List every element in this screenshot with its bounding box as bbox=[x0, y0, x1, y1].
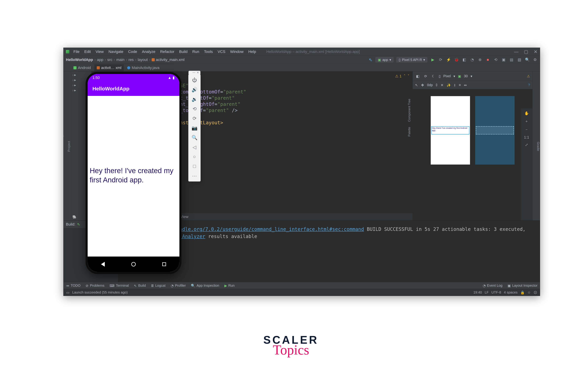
build-output[interactable]: ⚙ — See https://docs.gradle.org/7.0.2/us… bbox=[118, 220, 540, 282]
emu-more-icon[interactable]: ⋯ bbox=[190, 172, 199, 180]
make-project-icon[interactable]: ⇖ bbox=[369, 57, 373, 62]
menu-help[interactable]: Help bbox=[248, 50, 256, 54]
tool-layout-inspector[interactable]: ▣Layout Inspector bbox=[508, 284, 538, 288]
zoom-out-icon[interactable]: － bbox=[525, 127, 529, 132]
apply-changes-icon[interactable]: ⟳ bbox=[438, 57, 443, 62]
orientation-icon[interactable]: ⟳ bbox=[423, 74, 428, 79]
design-preview[interactable]: Hey there! I've created my first Android… bbox=[431, 96, 470, 164]
tool-todo[interactable]: ≔TODO bbox=[66, 284, 80, 288]
emu-overview-icon[interactable]: □ bbox=[190, 162, 199, 170]
tool-event-log[interactable]: ◔Event Log bbox=[483, 284, 502, 288]
emu-power-icon[interactable]: ⏻ bbox=[190, 76, 199, 84]
sdk-manager-icon[interactable]: ▤ bbox=[509, 57, 514, 62]
chevron-down-icon[interactable]: ˅ bbox=[408, 74, 410, 78]
tool-run[interactable]: ▶Run bbox=[224, 284, 235, 288]
status-line-separator[interactable]: LF bbox=[485, 290, 489, 294]
breadcrumb[interactable]: HelloWorldApp › app › src › main › res ›… bbox=[66, 58, 367, 62]
stop-icon[interactable]: ■ bbox=[486, 57, 490, 62]
emulator-device[interactable]: 1:50 ▲ ▮ HelloWorldApp Hey there! I've c… bbox=[85, 72, 181, 274]
close-icon[interactable]: ✕ bbox=[534, 49, 538, 54]
device-name[interactable]: Pixel bbox=[443, 74, 451, 78]
minimize-icon[interactable]: — bbox=[514, 49, 519, 54]
nav-home-icon[interactable] bbox=[131, 262, 136, 266]
build-panel-controls[interactable]: ⚙ — bbox=[529, 220, 537, 221]
device-selector[interactable]: ▯Pixel 5 API R▾ bbox=[396, 57, 427, 62]
tool-gradle[interactable]: Gradle bbox=[536, 142, 540, 151]
magnet-icon[interactable]: ⧲ bbox=[436, 83, 438, 87]
project-view-tab[interactable]: Android bbox=[71, 64, 93, 71]
default-margin[interactable]: 0dp bbox=[427, 83, 433, 87]
left-tool-strip[interactable]: Project Resource Manager Structure Favor… bbox=[63, 72, 71, 220]
emulator-side-toolbar[interactable]: —✕ ⏻ 🔊 🔉 ⟲ ⟳ 📷 🔍 ◁ ○ □ ⋯ bbox=[188, 74, 201, 182]
emu-close-icon[interactable]: ✕ bbox=[197, 71, 199, 74]
emulator-nav-bar[interactable] bbox=[88, 256, 179, 272]
emu-home-icon[interactable]: ○ bbox=[190, 152, 199, 161]
apply-code-changes-icon[interactable]: ⚡ bbox=[446, 57, 451, 62]
crumb-layout[interactable]: layout bbox=[138, 58, 148, 62]
window-controls[interactable]: — ▢ ✕ bbox=[514, 49, 538, 54]
component-tree-tab[interactable]: Component Tree bbox=[408, 99, 411, 122]
menu-refactor[interactable]: Refactor bbox=[160, 50, 174, 54]
crumb-src[interactable]: src bbox=[107, 58, 112, 62]
bottom-tool-strip[interactable]: ≔TODO ⊘Problems ⌨Terminal ⇖Build ≣Logcat… bbox=[63, 282, 540, 289]
api-level[interactable]: 30 bbox=[464, 74, 468, 78]
infer-constraints-icon[interactable]: ✨ bbox=[447, 83, 451, 87]
emu-volume-down-icon[interactable]: 🔉 bbox=[190, 95, 199, 103]
pack-icon[interactable]: ⇔ bbox=[464, 83, 467, 87]
debug-icon[interactable]: 🐞 bbox=[454, 57, 459, 62]
guidelines-icon[interactable]: ⫿ bbox=[454, 83, 456, 87]
blueprint-preview[interactable] bbox=[475, 96, 515, 164]
zoom-in-icon[interactable]: ＋ bbox=[525, 119, 529, 124]
menu-window[interactable]: Window bbox=[230, 50, 243, 54]
design-surface-icon[interactable]: ◧ bbox=[415, 74, 420, 79]
menu-file[interactable]: File bbox=[73, 50, 79, 54]
emulator-screen[interactable]: 1:50 ▲ ▮ HelloWorldApp Hey there! I've c… bbox=[88, 74, 179, 272]
tool-build[interactable]: ⇖Build bbox=[134, 284, 146, 288]
design-zoom-controls[interactable]: ✋ ＋ － 1:1 ⤢ bbox=[521, 108, 532, 220]
minimize-panel-icon[interactable]: — bbox=[535, 220, 537, 221]
menu-view[interactable]: View bbox=[95, 50, 103, 54]
menu-analyze[interactable]: Analyze bbox=[142, 50, 155, 54]
pan-icon[interactable]: ✋ bbox=[524, 111, 529, 116]
design-canvas[interactable]: Hey there! I've created my first Android… bbox=[413, 89, 532, 220]
tool-profiler[interactable]: ◔Profiler bbox=[171, 284, 186, 288]
attach-debugger-icon[interactable]: ⊕ bbox=[478, 57, 482, 62]
right-tool-strip[interactable]: Gradle Attributes Layout Validation ADB … bbox=[532, 72, 540, 220]
project-structure-icon[interactable]: ▧ bbox=[517, 57, 522, 62]
menu-edit[interactable]: Edit bbox=[84, 50, 91, 54]
smiley-icon[interactable]: ☺ bbox=[527, 290, 531, 294]
main-menu[interactable]: File Edit View Navigate Code Analyze Ref… bbox=[73, 50, 256, 54]
profile-icon[interactable]: ◔ bbox=[470, 57, 475, 62]
run-config-selector[interactable]: ▣app▾ bbox=[376, 57, 393, 62]
design-toolbar-top[interactable]: ◧ ⟳ ☾ ▯Pixel▾ ▣30▾ ⚠ bbox=[413, 72, 532, 81]
tab-activity-main[interactable]: activit… xml bbox=[94, 64, 124, 71]
night-mode-icon[interactable]: ☾ bbox=[431, 74, 436, 79]
align-icon[interactable]: ≡ bbox=[459, 83, 461, 87]
tool-project[interactable]: Project bbox=[67, 141, 71, 152]
crumb-file[interactable]: activity_main.xml bbox=[152, 58, 184, 62]
zoom-fit-icon[interactable]: 1:1 bbox=[524, 135, 529, 140]
emu-screenshot-icon[interactable]: 📷 bbox=[190, 124, 199, 132]
tool-terminal[interactable]: ⌨Terminal bbox=[109, 284, 129, 288]
select-tool-icon[interactable]: ↖ bbox=[415, 83, 418, 87]
chevron-up-icon[interactable]: ˄ bbox=[404, 74, 406, 78]
warning-icon[interactable]: ⚠ bbox=[527, 74, 530, 78]
tool-problems[interactable]: ⊘Problems bbox=[85, 284, 104, 288]
search-icon[interactable]: 🔍 bbox=[525, 57, 530, 62]
tool-app-inspection[interactable]: 🔍App Inspection bbox=[191, 284, 219, 288]
tool-logcat[interactable]: ≣Logcat bbox=[151, 284, 165, 288]
warning-badge[interactable]: ⚠1 bbox=[395, 74, 402, 78]
emu-rotate-left-icon[interactable]: ⟲ bbox=[190, 105, 199, 113]
emu-rotate-right-icon[interactable]: ⟳ bbox=[190, 114, 199, 122]
nav-back-icon[interactable] bbox=[101, 262, 105, 267]
sync-gradle-icon[interactable]: ⟲ bbox=[493, 57, 498, 62]
emu-volume-up-icon[interactable]: 🔊 bbox=[190, 86, 199, 94]
menu-run[interactable]: Run bbox=[192, 50, 199, 54]
gear-icon[interactable]: ⚙ bbox=[529, 220, 531, 221]
sad-icon[interactable]: ☹ bbox=[534, 290, 537, 294]
status-indent[interactable]: 4 spaces bbox=[504, 290, 518, 294]
emu-zoom-icon[interactable]: 🔍 bbox=[190, 134, 199, 142]
design-toolbar-second[interactable]: ↖ ✥ 0dp ⧲ ✕ ✨ ⫿ ≡ ⇔ ? bbox=[413, 81, 532, 89]
tool-resource-manager[interactable]: Resource Manager bbox=[63, 132, 64, 161]
coverage-icon[interactable]: ◧ bbox=[462, 57, 467, 62]
